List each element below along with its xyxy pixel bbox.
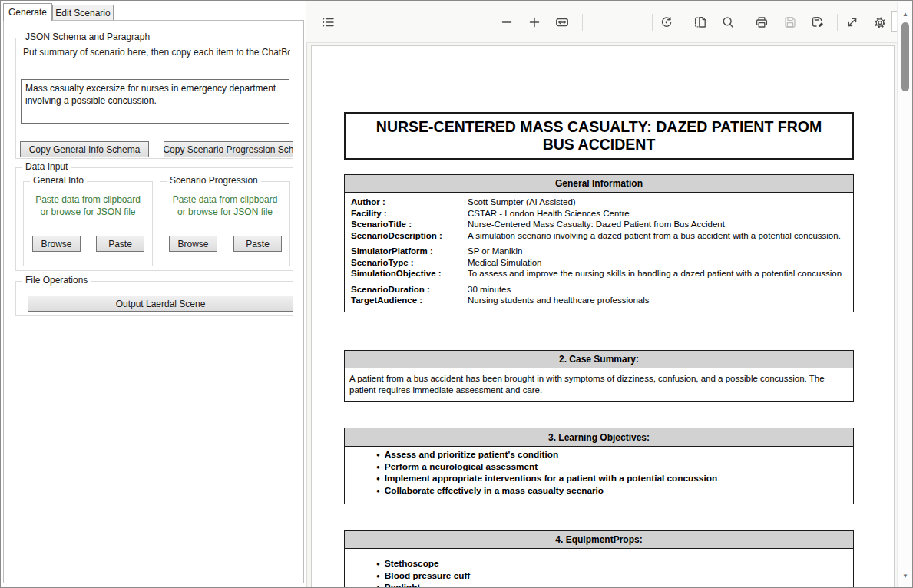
tab-generate[interactable]: Generate (3, 3, 52, 21)
scrollbar-thumb[interactable] (901, 22, 909, 91)
generate-tab-page: JSON Schema and Paragraph Put summary of… (3, 20, 304, 583)
general-info-group-label: General Info (30, 175, 87, 186)
settings-icon[interactable] (873, 15, 887, 29)
objective-item: Collaborate effectively in a mass casual… (376, 485, 853, 497)
objective-item: Perform a neurological assessment (376, 461, 853, 474)
scroll-up-icon[interactable]: ▲ (898, 11, 913, 18)
output-laerdal-scene-button[interactable]: Output Laerdal Scene (28, 296, 293, 312)
zoom-out-icon[interactable] (500, 15, 514, 29)
file-operations-group: File Operations Output Laerdal Scene (15, 281, 293, 316)
search-icon[interactable] (721, 15, 735, 29)
case-summary-header: 2. Case Summary: (345, 351, 853, 368)
zoom-in-icon[interactable] (528, 15, 541, 29)
general-info-paste-button[interactable]: Paste (96, 236, 144, 252)
json-schema-group: JSON Schema and Paragraph Put summary of… (15, 38, 293, 159)
scenario-progression-hint-line2: or browse for JSON file (160, 206, 289, 217)
equipment-item: Penlight (376, 582, 853, 588)
tab-edit-scenario-label: Edit Scenario (55, 8, 110, 18)
toolbar-separator (837, 14, 838, 31)
scenario-progression-group: Scenario Progression Paste data from cli… (160, 181, 290, 266)
general-information-section: General Information Author :Scott Sumpte… (344, 174, 854, 312)
data-input-group-label: Data Input (22, 161, 71, 172)
general-info-hint-line2: or browse for JSON file (24, 206, 152, 217)
document-title: NURSE-CENTERED MASS CASUALTY: DAZED PATI… (344, 112, 854, 160)
info-row: ScenarioTitle :Nurse-Centered Mass Casua… (351, 219, 847, 230)
expand-icon[interactable] (845, 15, 859, 29)
copy-general-info-schema-button[interactable]: Copy General Info Schema (20, 141, 149, 157)
fit-width-icon[interactable] (555, 15, 569, 29)
scroll-down-icon[interactable]: ▼ (898, 573, 913, 580)
objective-item: Assess and prioritize patient's conditio… (376, 449, 853, 461)
case-summary-text: A patient from a bus accident has been b… (345, 368, 853, 401)
tab-generate-label: Generate (8, 7, 47, 18)
general-info-group: General Info Paste data from clipboard o… (23, 181, 153, 266)
info-row: SimulationObjective :To assess and impro… (351, 268, 847, 279)
equipment-props-header: 4. EquipmentProps: (345, 531, 853, 549)
toolbar-separator (746, 14, 746, 31)
pdf-toolbar: of 6 (306, 1, 913, 43)
info-row: Author :Scott Sumpter (AI Assisted) (351, 197, 847, 208)
learning-objectives-header: 3. Learning Objectives: (345, 428, 853, 447)
tab-edit-scenario[interactable]: Edit Scenario (52, 5, 114, 21)
case-summary-section: 2. Case Summary: A patient from a bus ac… (344, 350, 854, 402)
text-caret (157, 95, 157, 105)
paragraph-hint-text: Put summary of scenario here, then copy … (23, 47, 290, 58)
scenario-progression-paste-button[interactable]: Paste (233, 236, 282, 252)
toolbar-separator (582, 14, 583, 31)
save-icon (783, 15, 797, 29)
file-operations-group-label: File Operations (22, 275, 91, 286)
info-row: TargetAudience :Nursing students and hea… (351, 295, 847, 306)
thumbnails-icon[interactable] (321, 15, 335, 29)
page-organize-icon[interactable] (693, 15, 707, 29)
info-row: ScenarioType :Medical Simulation (351, 257, 847, 269)
copy-scenario-progression-schema-button[interactable]: Copy Scenario Progression Sch (164, 141, 293, 157)
scenario-progression-browse-button[interactable]: Browse (169, 236, 217, 252)
info-row: Facility :CSTAR - London Health Sciences… (351, 208, 847, 220)
equipment-props-section: 4. EquipmentProps: Stethoscope Blood pre… (344, 530, 854, 588)
toolbar-separator (686, 14, 686, 31)
equipment-item: Stethoscope (376, 558, 853, 570)
info-row: ScenarioDuration :30 minutes (351, 284, 847, 296)
objective-item: Implement appropriate interventions for … (376, 473, 853, 485)
rotate-icon[interactable] (660, 15, 673, 29)
general-information-header: General Information (345, 175, 853, 193)
paragraph-input[interactable]: Mass casualty excersize for nurses in em… (21, 79, 289, 124)
scenario-progression-group-label: Scenario Progression (167, 175, 261, 186)
vertical-scrollbar[interactable]: ▲ ▼ (897, 2, 913, 587)
json-schema-group-label: JSON Schema and Paragraph (22, 31, 153, 42)
print-icon[interactable] (755, 15, 769, 29)
info-row: ScenarioDescription :A simulation scenar… (351, 230, 847, 242)
toolbar-separator (652, 14, 653, 31)
scenario-progression-hint-line1: Paste data from clipboard (160, 194, 289, 205)
general-info-hint-line1: Paste data from clipboard (24, 194, 152, 205)
save-as-icon[interactable] (811, 15, 825, 29)
learning-objectives-section: 3. Learning Objectives: Assess and prior… (344, 428, 854, 504)
equipment-item: Blood pressure cuff (376, 570, 853, 583)
application-window: Generate Edit Scenario JSON Schema and P… (0, 0, 913, 588)
data-input-group: Data Input General Info Paste data from … (15, 167, 293, 271)
info-row: SimulatorPlatform :SP or Manikin (351, 246, 847, 257)
general-info-browse-button[interactable]: Browse (32, 236, 81, 252)
